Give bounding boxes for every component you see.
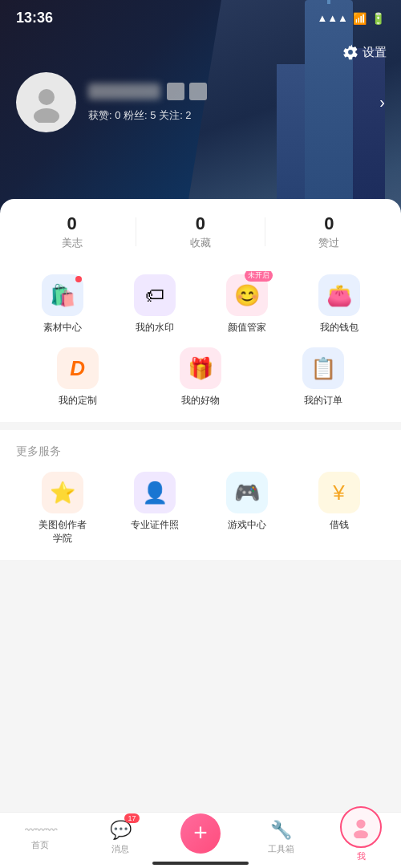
- me-avatar-icon: [350, 816, 372, 838]
- custom-icon: D: [70, 356, 85, 381]
- loan-icon: ¥: [333, 481, 344, 505]
- avatar[interactable]: [16, 72, 76, 132]
- face-label: 颜值管家: [228, 321, 266, 335]
- wifi-icon: 📶: [353, 12, 367, 25]
- icon-item-goods[interactable]: 🎁 我的好物: [139, 347, 261, 408]
- sucai-label: 素材中心: [43, 321, 82, 335]
- face-icon: 😊: [234, 283, 260, 308]
- svg-point-2: [356, 819, 365, 828]
- icon-item-wallet[interactable]: 👛 我的钱包: [293, 274, 385, 335]
- icon-item-academy[interactable]: ⭐ 美图创作者 学院: [16, 472, 108, 546]
- follower-stats: 获赞: 0 粉丝: 5 关注: 2: [88, 108, 367, 123]
- icon-item-loan[interactable]: ¥ 借钱: [293, 472, 385, 546]
- username-blurred: [88, 83, 160, 99]
- goods-icon: 🎁: [188, 356, 213, 381]
- signal-icon: ▲▲▲: [317, 12, 348, 24]
- custom-label: 我的定制: [59, 394, 97, 408]
- home-nav-label: 首页: [31, 839, 49, 851]
- more-services-title: 更多服务: [16, 444, 385, 459]
- orders-label: 我的订单: [304, 394, 342, 408]
- orders-icon: 📋: [310, 356, 336, 381]
- add-button[interactable]: +: [180, 813, 221, 854]
- sucai-icon-wrapper: 🛍️: [42, 274, 83, 316]
- wallet-icon: 👛: [326, 283, 352, 308]
- watermark-label: 我的水印: [136, 321, 174, 335]
- icon-item-custom[interactable]: D 我的定制: [16, 347, 139, 408]
- exclusive-grid-row2: D 我的定制 🎁 我的好物 📋 我的订单: [16, 347, 385, 408]
- sucai-icon: 🛍️: [50, 283, 75, 308]
- sucai-dot-badge: [75, 276, 82, 282]
- exclusive-grid-row1: 🛍️ 素材中心 🏷 我的水印 😊 未开启 颜值管家: [16, 274, 385, 335]
- status-time: 13:36: [16, 10, 53, 26]
- icon-item-id-photo[interactable]: 👤 专业证件照: [108, 472, 200, 546]
- settings-label: 设置: [363, 45, 387, 60]
- academy-label: 美图创作者 学院: [38, 518, 87, 546]
- collect-label: 收藏: [136, 236, 264, 250]
- academy-icon: ⭐: [50, 481, 75, 505]
- watermark-icon: 🏷: [145, 284, 164, 306]
- battery-icon: 🔋: [371, 12, 385, 25]
- collect-count: 0: [136, 213, 264, 234]
- icon-item-face[interactable]: 😊 未开启 颜值管家: [200, 274, 293, 335]
- wallet-label: 我的钱包: [320, 321, 358, 335]
- profile-arrow-icon[interactable]: ›: [379, 93, 385, 112]
- messages-nav-label: 消息: [111, 843, 129, 855]
- avatar-person-icon: [26, 83, 67, 123]
- game-icon-wrapper: 🎮: [226, 472, 268, 513]
- home-nav-icon: 〰〰〰: [25, 824, 56, 837]
- me-nav-label: 我: [357, 850, 366, 862]
- game-label: 游戏中心: [228, 518, 266, 532]
- me-circle: [340, 806, 382, 848]
- goods-label: 我的好物: [181, 394, 220, 408]
- stats-panel: 0 美志 0 收藏 0 赞过: [0, 199, 401, 271]
- stat-collect[interactable]: 0 收藏: [136, 213, 264, 250]
- bottom-nav: 〰〰〰 首页 💬 17 消息 + 🔧 工具箱 我: [0, 812, 401, 868]
- id-photo-label: 专业证件照: [131, 518, 179, 532]
- gear-icon: [342, 44, 358, 60]
- wallet-icon-wrapper: 👛: [318, 274, 360, 316]
- svg-point-1: [34, 108, 59, 123]
- icon-item-watermark[interactable]: 🏷 我的水印: [108, 274, 200, 335]
- academy-icon-wrapper: ⭐: [42, 472, 83, 513]
- more-services-section: 更多服务 ⭐ 美图创作者 学院 👤 专业证件照 🎮 游戏中: [0, 430, 401, 560]
- messages-badge-count: 17: [124, 813, 139, 823]
- settings-button[interactable]: 设置: [342, 44, 387, 60]
- game-icon: 🎮: [234, 481, 260, 505]
- liked-count: 0: [265, 213, 393, 234]
- icon-item-sucai[interactable]: 🛍️ 素材中心: [16, 274, 108, 335]
- add-icon: +: [193, 821, 208, 845]
- profile-squares: [167, 83, 207, 100]
- goods-icon-wrapper: 🎁: [180, 347, 221, 389]
- toolbox-nav-label: 工具箱: [268, 843, 294, 855]
- meizhi-count: 0: [8, 213, 136, 234]
- svg-point-0: [38, 89, 55, 105]
- messages-badge-wrapper: 💬 17: [110, 820, 132, 841]
- meizhi-label: 美志: [8, 236, 136, 250]
- nav-item-toolbox[interactable]: 🔧 工具箱: [241, 820, 321, 855]
- face-icon-wrapper: 😊 未开启: [226, 274, 268, 316]
- svg-point-3: [354, 829, 368, 838]
- stat-meizhi[interactable]: 0 美志: [8, 213, 136, 250]
- status-bar: 13:36 ▲▲▲ 📶 🔋: [0, 10, 401, 26]
- nav-item-messages[interactable]: 💬 17 消息: [80, 820, 160, 855]
- icon-item-orders[interactable]: 📋 我的订单: [262, 347, 385, 408]
- nav-item-add[interactable]: +: [160, 821, 241, 854]
- stats-row: 0 美志 0 收藏 0 赞过: [0, 199, 401, 258]
- content-area: 我的专属 🛍️ 素材中心 🏷 我的水印 😊: [0, 233, 401, 812]
- id-photo-icon-wrapper: 👤: [134, 472, 176, 513]
- profile-section: 获赞: 0 粉丝: 5 关注: 2 ›: [0, 72, 401, 132]
- watermark-icon-wrapper: 🏷: [134, 274, 176, 316]
- loan-label: 借钱: [330, 518, 349, 532]
- profile-info: 获赞: 0 粉丝: 5 关注: 2: [88, 83, 367, 123]
- liked-label: 赞过: [265, 236, 393, 250]
- loan-icon-wrapper: ¥: [318, 472, 360, 513]
- status-icons: ▲▲▲ 📶 🔋: [317, 12, 385, 25]
- id-photo-icon: 👤: [142, 481, 168, 505]
- orders-icon-wrapper: 📋: [302, 347, 344, 389]
- custom-icon-wrapper: D: [57, 347, 99, 389]
- nav-item-me[interactable]: 我: [321, 813, 401, 862]
- icon-item-game[interactable]: 🎮 游戏中心: [200, 472, 293, 546]
- services-grid: ⭐ 美图创作者 学院 👤 专业证件照 🎮 游戏中心 ¥: [16, 472, 385, 546]
- nav-item-home[interactable]: 〰〰〰 首页: [0, 824, 80, 851]
- stat-liked[interactable]: 0 赞过: [265, 213, 393, 250]
